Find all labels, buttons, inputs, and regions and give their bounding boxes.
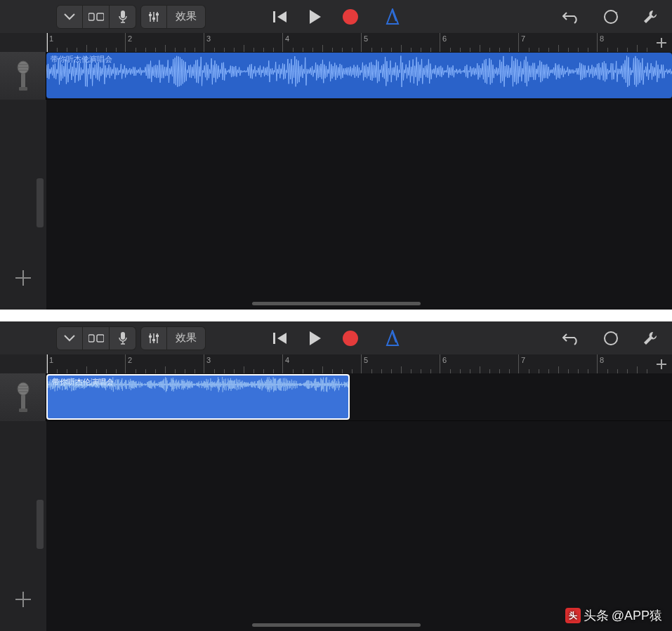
metronome-icon [385, 330, 400, 347]
svg-rect-18 [152, 339, 155, 341]
sliders-icon [147, 11, 160, 23]
svg-rect-20 [273, 333, 275, 344]
track-region-lane[interactable]: 带你听杰伦演唱会 [46, 373, 672, 421]
sliders-icon [147, 332, 160, 345]
track-view-button[interactable] [83, 326, 110, 350]
add-marker-button[interactable] [651, 33, 672, 52]
empty-lane-area[interactable] [46, 421, 672, 631]
tracks-area: 带你听杰伦演唱会 [0, 52, 672, 310]
track-header[interactable] [0, 52, 46, 100]
ruler-segment: 4 [282, 354, 361, 373]
microphone-icon [118, 10, 128, 24]
add-marker-button[interactable] [651, 354, 672, 373]
ruler-label: 6 [442, 356, 447, 364]
ruler-segment: 7 [518, 354, 597, 373]
track-view-button[interactable] [83, 5, 110, 29]
add-track-button[interactable] [11, 587, 35, 611]
ruler-label: 3 [206, 356, 211, 364]
undo-icon [562, 10, 581, 24]
svg-rect-14 [88, 335, 94, 342]
loop-button[interactable] [600, 6, 621, 27]
editor-panel-top: 效果 [0, 0, 672, 310]
ruler-label: 2 [128, 34, 132, 43]
empty-tracks [0, 100, 672, 310]
rewind-button[interactable] [270, 328, 291, 349]
timeline-ruler[interactable]: 12345678 [46, 33, 651, 52]
svg-rect-12 [19, 87, 27, 91]
wrench-icon [642, 8, 659, 25]
svg-point-23 [605, 332, 617, 345]
ruler-label: 4 [285, 356, 289, 364]
svg-rect-26 [19, 409, 27, 412]
mixer-button[interactable] [140, 5, 167, 29]
right-tool-group [561, 6, 661, 27]
play-button[interactable] [305, 6, 326, 27]
record-button[interactable] [340, 6, 361, 27]
loop-button[interactable] [600, 328, 621, 349]
empty-lane-area[interactable] [46, 100, 672, 310]
rewind-icon [272, 331, 288, 345]
ruler-label: 6 [442, 34, 447, 43]
svg-rect-4 [152, 18, 155, 20]
empty-tracks [0, 421, 672, 631]
rewind-button[interactable] [270, 6, 291, 27]
ruler-segment: 3 [204, 33, 282, 52]
settings-button[interactable] [640, 6, 661, 27]
timeline-ruler[interactable]: 12345678 [46, 354, 651, 373]
mixer-button[interactable] [140, 326, 167, 350]
add-track-button[interactable] [11, 266, 35, 290]
metronome-button[interactable] [382, 328, 403, 349]
chevron-down-icon [64, 13, 75, 20]
undo-button[interactable] [561, 6, 582, 27]
svg-rect-0 [88, 13, 94, 20]
ruler-label: 8 [600, 356, 604, 364]
ruler-segment: 1 [46, 33, 125, 52]
ruler-row: 12345678 [0, 33, 672, 52]
audio-region[interactable]: 带你听杰伦演唱会 [46, 53, 672, 98]
svg-point-9 [605, 11, 617, 23]
plus-icon [14, 269, 32, 287]
ruler-label: 4 [285, 34, 289, 43]
svg-rect-17 [149, 336, 152, 338]
ruler-label: 5 [364, 34, 368, 43]
svg-rect-2 [121, 11, 125, 18]
ruler-segment: 6 [440, 354, 518, 373]
microphone-button[interactable] [110, 5, 136, 29]
microphone-button[interactable] [110, 326, 136, 350]
settings-button[interactable] [640, 328, 661, 349]
chevron-down-icon [64, 335, 75, 342]
home-indicator [252, 623, 421, 627]
sidebar-resize-handle[interactable] [37, 500, 44, 549]
ruler-label: 2 [128, 356, 132, 364]
ruler-segment: 3 [204, 354, 282, 373]
audio-region[interactable]: 带你听杰伦演唱会 [46, 374, 350, 420]
plus-icon [657, 359, 666, 369]
record-button[interactable] [340, 328, 361, 349]
play-button[interactable] [305, 328, 326, 349]
right-tool-group [561, 328, 661, 349]
transport-group [270, 328, 403, 349]
metronome-icon [385, 8, 400, 25]
ruler-label: 3 [206, 34, 211, 43]
ruler-segment: 5 [361, 33, 440, 52]
ruler-label: 7 [521, 34, 525, 43]
track-header[interactable] [0, 373, 46, 421]
record-icon [342, 330, 359, 347]
effects-button[interactable]: 效果 [167, 5, 206, 29]
track-row: 带你听杰伦演唱会 [0, 52, 672, 100]
tracks-dropdown-button[interactable] [56, 326, 83, 350]
view-button-group [56, 326, 136, 350]
loop-icon [602, 330, 619, 347]
track-region-lane[interactable]: 带你听杰伦演唱会 [46, 52, 672, 100]
undo-button[interactable] [561, 328, 582, 349]
svg-rect-1 [97, 13, 104, 20]
sidebar-resize-handle[interactable] [37, 178, 44, 227]
metronome-button[interactable] [382, 6, 403, 27]
ruler-label: 1 [49, 356, 53, 364]
track-view-icon [88, 333, 104, 344]
tracks-dropdown-button[interactable] [56, 5, 83, 29]
svg-point-21 [343, 331, 358, 346]
view-button-group [56, 5, 136, 29]
effects-button[interactable]: 效果 [167, 326, 206, 350]
ruler-segment: 6 [440, 33, 518, 52]
